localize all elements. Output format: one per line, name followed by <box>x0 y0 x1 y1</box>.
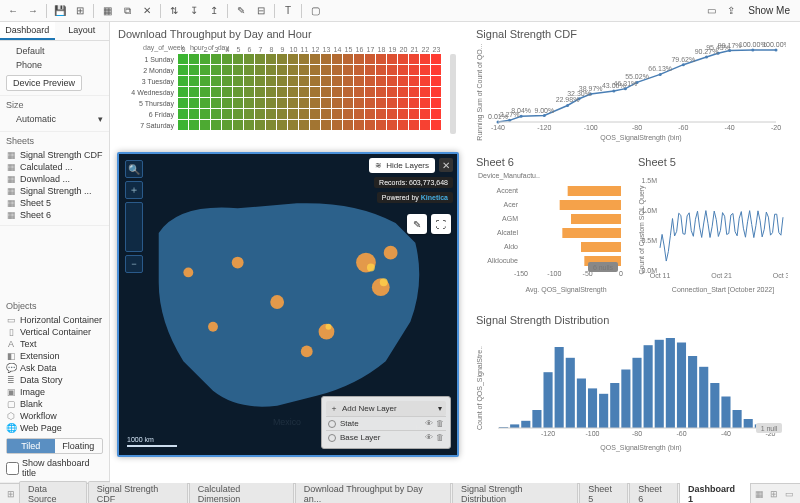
svg-rect-126 <box>409 87 419 97</box>
object-item[interactable]: ▭Horizontal Container <box>6 314 103 326</box>
hide-layers-button[interactable]: ≋Hide Layers <box>369 158 435 173</box>
svg-text:66.13%: 66.13% <box>648 65 672 72</box>
svg-rect-181 <box>222 120 232 130</box>
sheet-tab[interactable]: Signal Strength CDF <box>88 481 188 503</box>
sheet-item[interactable]: ▦Sheet 5 <box>6 197 103 209</box>
sort-asc-icon[interactable]: ↧ <box>185 2 203 20</box>
cdf-tile[interactable]: Signal Strength CDF Running Sum of Count… <box>476 28 792 148</box>
chevron-down-icon[interactable]: ▾ <box>98 113 103 127</box>
dist-tile[interactable]: Signal Strength Distribution Count of QO… <box>476 314 792 464</box>
highlight-icon[interactable]: ✎ <box>232 2 250 20</box>
object-item[interactable]: ▣Image <box>6 386 103 398</box>
svg-point-315 <box>301 345 313 357</box>
forward-icon[interactable]: → <box>24 2 42 20</box>
scrollbar[interactable] <box>450 54 456 134</box>
delete-icon[interactable]: 🗑 <box>436 419 444 428</box>
svg-text:0.5M: 0.5M <box>641 237 657 244</box>
back-icon[interactable]: ← <box>4 2 22 20</box>
sheet6-tile[interactable]: Sheet 6 Device_Manufactu.. AccentAcerAGM… <box>476 156 630 306</box>
svg-rect-285 <box>610 383 619 428</box>
svg-rect-297 <box>744 419 753 428</box>
svg-rect-62 <box>233 65 243 75</box>
tab-layout[interactable]: Layout <box>55 22 110 40</box>
object-item[interactable]: AText <box>6 338 103 350</box>
svg-text:12: 12 <box>312 46 320 53</box>
sheet-tab[interactable]: Sheet 5 <box>579 481 628 503</box>
svg-text:2 Monday: 2 Monday <box>143 67 174 75</box>
svg-text:Running Sum of Count of QO...: Running Sum of Count of QO... <box>476 43 484 140</box>
sheet-item[interactable]: ▦Calculated ... <box>6 161 103 173</box>
clear-icon[interactable]: ✕ <box>138 2 156 20</box>
show-title-checkbox[interactable]: Show dashboard title <box>6 458 103 478</box>
close-icon[interactable]: ✕ <box>439 158 453 172</box>
sheet-item[interactable]: ▦Sheet 6 <box>6 209 103 221</box>
svg-rect-49 <box>354 54 364 64</box>
object-item[interactable]: ▢Blank <box>6 398 103 410</box>
tiled-toggle[interactable]: Tiled <box>7 439 55 453</box>
object-item[interactable]: ◧Extension <box>6 350 103 362</box>
zoom-out-icon[interactable]: － <box>125 255 143 273</box>
svg-rect-113 <box>266 87 276 97</box>
add-layer-button[interactable]: ＋Add New Layer▾ <box>326 401 446 416</box>
swap-icon[interactable]: ⇅ <box>165 2 183 20</box>
svg-text:Aldo: Aldo <box>504 243 518 250</box>
share-icon[interactable]: ⇪ <box>722 2 740 20</box>
sheet-tab[interactable]: Calculated Dimension <box>189 481 294 503</box>
group-icon[interactable]: ⊟ <box>252 2 270 20</box>
svg-text:9.00%: 9.00% <box>534 107 554 114</box>
svg-point-313 <box>384 246 398 260</box>
svg-rect-150 <box>409 98 419 108</box>
sheet-tab[interactable]: Download Throughput by Day an... <box>295 481 451 503</box>
svg-rect-51 <box>376 54 386 64</box>
save-icon[interactable]: 💾 <box>51 2 69 20</box>
zoom-slider[interactable] <box>125 202 143 252</box>
draw-icon[interactable]: ✎ <box>407 214 427 234</box>
sheet5-tile[interactable]: Sheet 5 Count of Custom SQL Query 1.5M1.… <box>638 156 792 306</box>
fit-icon[interactable]: ▢ <box>306 2 324 20</box>
svg-rect-43 <box>288 54 298 64</box>
sort-desc-icon[interactable]: ↥ <box>205 2 223 20</box>
tab-dashboard[interactable]: Dashboard <box>0 22 55 40</box>
presentation-icon[interactable]: ▭ <box>702 2 720 20</box>
object-item[interactable]: ⬡Workflow <box>6 410 103 422</box>
show-me-button[interactable]: Show Me <box>742 3 796 18</box>
sheet-tab[interactable]: Dashboard 1 <box>679 481 751 503</box>
object-item[interactable]: ≣Data Story <box>6 374 103 386</box>
visibility-icon[interactable]: 👁 <box>425 419 433 428</box>
svg-text:Connection_Start [October 2022: Connection_Start [October 2022] <box>672 286 774 294</box>
new-sheet-icon[interactable]: ▦ <box>98 2 116 20</box>
layer-row[interactable]: State👁🗑 <box>326 416 446 430</box>
data-source-tab[interactable]: Data Source <box>19 481 87 503</box>
object-item[interactable]: 💬Ask Data <box>6 362 103 374</box>
new-story-icon[interactable]: ▭ <box>782 487 796 501</box>
object-item[interactable]: ▯Vertical Container <box>6 326 103 338</box>
chevron-down-icon[interactable]: ▾ <box>438 404 442 413</box>
object-item[interactable]: 🌐Web Page <box>6 422 103 434</box>
layer-row[interactable]: Base Layer👁🗑 <box>326 430 446 444</box>
duplicate-icon[interactable]: ⧉ <box>118 2 136 20</box>
sheet-tab[interactable]: Sheet 6 <box>629 481 678 503</box>
dashboard-canvas[interactable]: Download Throughput by Day and Hour day_… <box>110 22 800 483</box>
svg-rect-190 <box>321 120 331 130</box>
label-icon[interactable]: T <box>279 2 297 20</box>
new-data-icon[interactable]: ⊞ <box>71 2 89 20</box>
visibility-icon[interactable]: 👁 <box>425 433 433 442</box>
delete-icon[interactable]: 🗑 <box>436 433 444 442</box>
sheet-item[interactable]: ▦Signal Strength ... <box>6 185 103 197</box>
svg-rect-137 <box>266 98 276 108</box>
sheet-tab[interactable]: Signal Strength Distribution <box>452 481 578 503</box>
svg-text:-80: -80 <box>632 430 642 437</box>
floating-toggle[interactable]: Floating <box>55 439 103 453</box>
device-preview-button[interactable]: Device Preview <box>6 75 82 91</box>
sheet-item[interactable]: ▦Signal Strength CDF <box>6 149 103 161</box>
map-extension[interactable]: Mexico Havana 🔍 ＋ － ≋Hide Layers ✕ Recor… <box>117 152 459 457</box>
data-source-icon[interactable]: ⊞ <box>4 487 18 501</box>
new-worksheet-icon[interactable]: ▦ <box>752 487 766 501</box>
sheet-item[interactable]: ▦Download ... <box>6 173 103 185</box>
size-value[interactable]: Automatic <box>16 113 56 127</box>
expand-icon[interactable]: ⛶ <box>431 214 451 234</box>
zoom-in-icon[interactable]: ＋ <box>125 181 143 199</box>
zoom-search-icon[interactable]: 🔍 <box>125 160 143 178</box>
heatmap-tile[interactable]: Download Throughput by Day and Hour day_… <box>118 28 468 148</box>
new-dashboard-icon[interactable]: ⊞ <box>767 487 781 501</box>
